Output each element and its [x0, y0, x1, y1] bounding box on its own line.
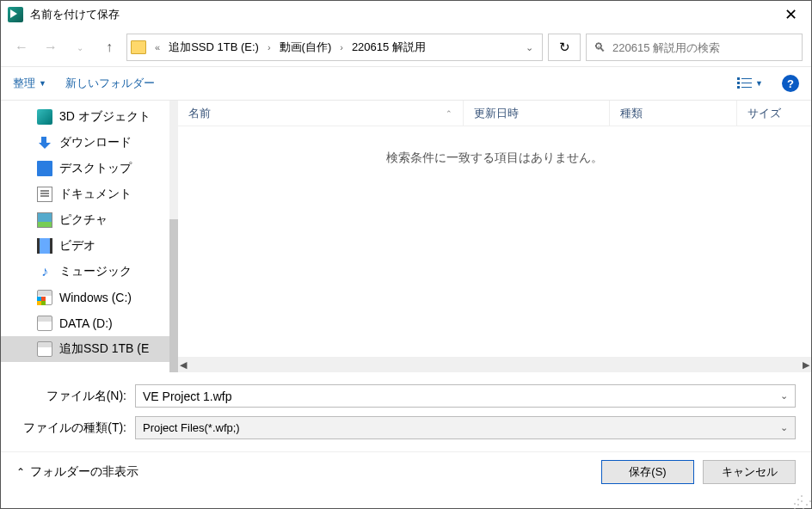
3d-objects-icon [37, 109, 52, 125]
save-button[interactable]: 保存(S) [601, 460, 694, 484]
column-size[interactable]: サイズ [737, 101, 811, 126]
column-type[interactable]: 種類 [610, 101, 737, 126]
svg-rect-1 [741, 78, 752, 79]
column-headers: 名前⌃ 更新日時 種類 サイズ [178, 101, 811, 126]
folder-icon [131, 40, 146, 54]
new-folder-button[interactable]: 新しいフォルダー [65, 76, 155, 91]
sidebar-item-drive-c[interactable]: Windows (C:) [1, 285, 169, 310]
sidebar-item-music[interactable]: ♪ミュージック [1, 259, 169, 285]
sidebar-item-drive-d[interactable]: DATA (D:) [1, 310, 169, 336]
breadcrumb-seg[interactable]: 動画(自作) [276, 38, 335, 57]
chevron-down-icon: ▼ [755, 79, 763, 88]
drive-icon [37, 341, 52, 357]
chevron-right-icon: › [264, 42, 274, 52]
svg-rect-2 [737, 82, 740, 84]
app-icon [8, 7, 23, 22]
music-icon: ♪ [37, 264, 52, 279]
sidebar-item-documents[interactable]: ドキュメント [1, 181, 169, 207]
filename-combobox[interactable]: ⌄ [135, 384, 796, 408]
breadcrumb-chevron-icon[interactable]: « [151, 42, 163, 52]
chevron-down-icon: ▼ [39, 79, 46, 88]
filetype-combobox[interactable]: Project Files(*.wfp;) ⌄ [135, 416, 796, 439]
desktop-icon [37, 161, 52, 176]
sort-indicator-icon: ⌃ [446, 109, 452, 118]
drive-icon [37, 290, 52, 305]
search-icon: 🔍︎ [594, 40, 606, 54]
scroll-right-icon[interactable]: ▶ [803, 359, 809, 371]
downloads-icon [37, 135, 52, 150]
filename-input[interactable] [143, 389, 780, 403]
videos-icon [37, 238, 52, 254]
filename-label: ファイル名(N): [16, 389, 135, 404]
breadcrumb-seg[interactable]: 追加SSD 1TB (E:) [165, 38, 262, 57]
forward-button[interactable]: → [39, 35, 63, 59]
sidebar-item-videos[interactable]: ビデオ [1, 233, 169, 259]
breadcrumb-seg[interactable]: 220615 解説用 [348, 38, 429, 57]
drive-icon [37, 316, 52, 331]
sidebar-scrollbar[interactable] [169, 101, 178, 372]
sidebar-item-3d-objects[interactable]: 3D オブジェクト [1, 104, 169, 130]
filetype-value: Project Files(*.wfp;) [143, 421, 780, 434]
address-dropdown-icon[interactable]: ⌄ [520, 42, 538, 53]
column-name[interactable]: 名前⌃ [178, 101, 464, 126]
view-icon [737, 77, 753, 89]
sidebar-item-pictures[interactable]: ピクチャ [1, 207, 169, 233]
organize-menu[interactable]: 整理▼ [13, 76, 46, 91]
back-button[interactable]: ← [9, 35, 34, 59]
column-date[interactable]: 更新日時 [464, 101, 610, 126]
scroll-left-icon[interactable]: ◀ [180, 359, 187, 371]
chevron-down-icon[interactable]: ⌄ [780, 422, 788, 433]
horizontal-scrollbar[interactable]: ◀▶ [178, 357, 811, 372]
address-bar[interactable]: « 追加SSD 1TB (E:) › 動画(自作) › 220615 解説用 ⌄ [126, 34, 543, 61]
chevron-up-icon: ⌃ [16, 466, 25, 478]
recent-dropdown[interactable]: ⌄ [68, 35, 92, 59]
svg-rect-3 [741, 83, 752, 83]
sidebar-item-downloads[interactable]: ダウンロード [1, 130, 169, 156]
empty-message: 検索条件に一致する項目はありません。 [178, 126, 811, 357]
hide-folders-toggle[interactable]: ⌃フォルダーの非表示 [16, 464, 138, 480]
dialog-title: 名前を付けて保存 [30, 7, 778, 22]
search-input[interactable] [612, 41, 795, 54]
chevron-down-icon[interactable]: ⌄ [780, 390, 788, 402]
help-button[interactable]: ? [782, 75, 799, 92]
view-menu[interactable]: ▼ [737, 77, 763, 89]
filetype-label: ファイルの種類(T): [16, 420, 135, 436]
svg-rect-5 [741, 87, 752, 88]
search-box[interactable]: 🔍︎ [586, 34, 803, 61]
resize-grip-icon[interactable]: ⋰⋰⋰ [793, 497, 810, 507]
refresh-button[interactable]: ↻ [548, 34, 581, 61]
documents-icon [37, 187, 52, 202]
svg-rect-4 [737, 86, 740, 89]
sidebar-item-drive-e[interactable]: 追加SSD 1TB (E [1, 336, 169, 362]
cancel-button[interactable]: キャンセル [703, 460, 796, 484]
close-button[interactable]: ✕ [778, 5, 804, 24]
pictures-icon [37, 212, 52, 228]
svg-rect-0 [737, 77, 740, 80]
chevron-right-icon: › [336, 42, 347, 52]
navigation-pane[interactable]: 3D オブジェクト ダウンロード デスクトップ ドキュメント ピクチャ ビデオ … [1, 101, 169, 372]
sidebar-item-desktop[interactable]: デスクトップ [1, 156, 169, 181]
up-button[interactable]: ↑ [97, 35, 121, 59]
